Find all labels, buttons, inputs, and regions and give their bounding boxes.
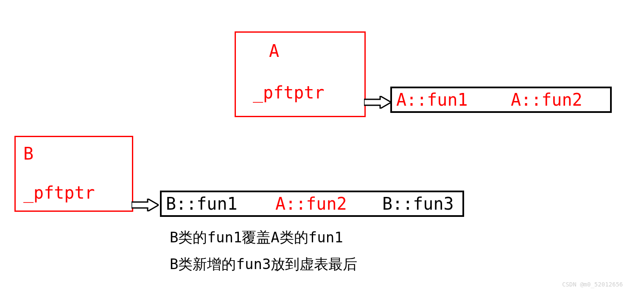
- class-a-vtable-box: A::fun1 A::fun2: [390, 87, 612, 113]
- class-a-vtable-entry-0: A::fun1: [396, 90, 468, 110]
- class-b-object-box: B _pftptr: [14, 136, 133, 212]
- class-b-vtable-entry-1: A::fun2: [275, 194, 347, 213]
- arrow-a-to-vtable: [364, 96, 391, 109]
- class-a-object-box: A _pftptr: [235, 31, 366, 117]
- class-b-vptr: _pftptr: [23, 183, 95, 202]
- class-b-name: B: [23, 144, 34, 163]
- note-line-2: B类新增的fun3放到虚表最后: [170, 255, 357, 274]
- note-line-1: B类的fun1覆盖A类的fun1: [170, 228, 343, 247]
- arrow-b-to-vtable: [132, 199, 159, 211]
- class-b-vtable-entry-2: B::fun3: [382, 194, 454, 213]
- class-a-vptr: _pftptr: [253, 83, 325, 102]
- class-a-vtable-entry-1: A::fun2: [511, 90, 582, 110]
- class-b-vtable-entry-0: B::fun1: [166, 194, 238, 213]
- arrow-right-icon: [132, 199, 159, 211]
- watermark: CSDN @m0_52012656: [562, 281, 623, 288]
- class-a-name: A: [269, 41, 279, 61]
- arrow-right-icon: [364, 96, 391, 109]
- class-b-vtable-box: B::fun1 A::fun2 B::fun3: [160, 191, 464, 217]
